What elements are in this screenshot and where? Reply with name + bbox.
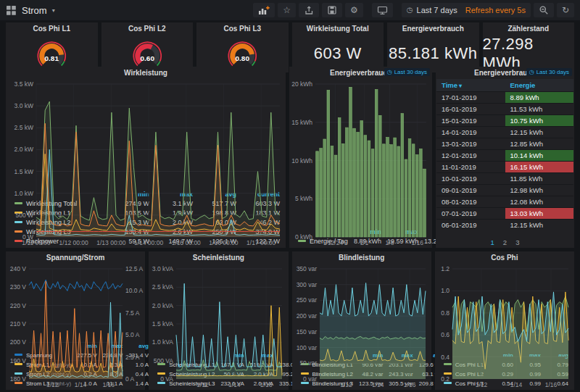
table-cell-energie: 12.15 kWh	[505, 127, 574, 138]
svg-text:1/13 00:00: 1/13 00:00	[96, 239, 125, 246]
table-row: 14-01-201912.15 kWh	[436, 127, 573, 138]
settings-button[interactable]: ⚙	[345, 3, 363, 17]
pagination-page-2[interactable]: 2	[503, 238, 507, 246]
svg-text:0 W: 0 W	[22, 233, 33, 241]
svg-text:220 V: 220 V	[10, 302, 27, 309]
panel-title[interactable]: Spannung/Strom	[46, 254, 105, 262]
panel-title[interactable]: Cos Phi	[491, 254, 518, 262]
svg-text:0.60: 0.60	[140, 54, 154, 62]
svg-text:50 var: 50 var	[299, 359, 317, 367]
table-row: 10-01-201911.85 kWh	[436, 173, 573, 185]
svg-text:150 var: 150 var	[296, 328, 317, 335]
table-column-energie[interactable]: Energie	[505, 79, 574, 92]
panel-cosphi: Cos Phi 1/121/141/161.21.00.80.60.40.2 m…	[435, 251, 574, 390]
dashboard-title[interactable]: Strom	[22, 5, 47, 16]
table-cell-energie: 8.89 kWh	[505, 92, 574, 104]
table-cell-date: 10-01-2019	[436, 173, 505, 185]
table-cell-energie: 11.53 kWh	[505, 104, 574, 115]
pagination-page-3[interactable]: 3	[515, 238, 519, 246]
magnifier-zoom-out-icon	[539, 5, 549, 15]
blindleistung-svg: 1/121/141/16350 var300 var250 var200 var…	[292, 264, 431, 388]
zoom-out-button[interactable]	[534, 3, 554, 17]
panel-cosphi-l1-gauge: Cos Phi L1 0.81	[6, 22, 98, 72]
svg-text:12/24: 12/24	[328, 239, 344, 246]
panel-title[interactable]: Wirkleistung Total	[307, 25, 369, 33]
pagination-page-1[interactable]: 1	[491, 238, 494, 246]
dashboard-grid-icon[interactable]	[6, 5, 17, 16]
dashboard-grid: Cos Phi L1 0.81 Cos Phi L2 0.60 Cos Phi …	[0, 20, 580, 392]
table-row: 06-01-201912.15 kWh	[436, 220, 573, 231]
svg-text:3.5 kW: 3.5 kW	[14, 80, 33, 88]
monitor-icon	[377, 5, 388, 15]
svg-text:350 var: 350 var	[296, 265, 317, 272]
svg-text:3.0 kVA: 3.0 kVA	[152, 265, 173, 272]
chevron-down-icon[interactable]: ▾	[52, 7, 55, 14]
svg-text:0 var: 0 var	[303, 375, 317, 383]
panel-title[interactable]: Energieverbrauch	[402, 25, 464, 33]
panel-title[interactable]: Cos Phi L3	[223, 25, 261, 33]
spannung-strom-chart[interactable]: 1/121/141/16240 V230 V220 V210 V200 V190…	[6, 264, 145, 341]
save-button[interactable]	[322, 3, 342, 17]
svg-text:1/14 00:00: 1/14 00:00	[134, 239, 163, 246]
bar-chart-add-icon	[258, 5, 270, 16]
table-pagination: 123	[436, 236, 574, 248]
panel-title[interactable]: Blindleistung	[339, 254, 384, 262]
spannung_strom-svg: 1/121/141/16240 V230 V220 V210 V200 V190…	[6, 264, 145, 388]
svg-text:15 kWh: 15 kWh	[291, 119, 312, 126]
star-button[interactable]: ☆	[278, 3, 296, 17]
panel-title[interactable]: Scheinleistung	[193, 254, 244, 262]
sort-caret-icon: ▾	[459, 83, 462, 89]
svg-text:0.80: 0.80	[236, 54, 250, 62]
time-badge-label: Last 30 days	[536, 69, 569, 75]
add-panel-button[interactable]	[253, 3, 275, 17]
svg-text:1.5 kVA: 1.5 kVA	[152, 320, 173, 328]
table-cell-energie: 16.15 kWh	[505, 162, 574, 173]
energieverbrauch-bar-chart[interactable]: 12/241/11/81/1620 kWh15 kWh10 kWh5 kWh0 …	[289, 79, 432, 228]
svg-text:230 V: 230 V	[10, 283, 27, 291]
panel-title[interactable]: Cos Phi L2	[128, 25, 166, 33]
energie-table: Time▾Energie17-01-20198.89 kWh16-01-2019…	[436, 79, 573, 231]
panel-energieverbrauch-stat: Energieverbrauch 85.181 kWh	[387, 22, 479, 72]
svg-text:500 W: 500 W	[15, 212, 33, 219]
table-row: 07-01-201913.03 kWh	[436, 208, 573, 220]
table-cell-date: 14-01-2019	[436, 127, 505, 138]
svg-text:10.0 A: 10.0 A	[125, 287, 143, 294]
scheinleistung-chart[interactable]: 1/121/141/163.0 kVA2.5 kVA2.0 kVA1.5 kVA…	[149, 264, 288, 351]
svg-text:5 kWh: 5 kWh	[295, 195, 312, 202]
svg-text:1/14: 1/14	[372, 381, 384, 388]
refresh-button[interactable]: ↻	[557, 3, 574, 17]
wirkleistung-chart[interactable]: 1/11 00:001/12 00:001/13 00:001/14 00:00…	[6, 79, 286, 190]
svg-text:1/16: 1/16	[102, 381, 115, 388]
svg-text:100 var: 100 var	[296, 344, 317, 351]
svg-text:2.0 kVA: 2.0 kVA	[152, 302, 173, 309]
svg-text:1/15 00:00: 1/15 00:00	[172, 239, 201, 246]
cosphi-chart[interactable]: 1/121/141/161.21.00.80.60.40.2	[435, 264, 574, 351]
tv-mode-button[interactable]	[372, 3, 393, 17]
svg-text:1.5 kW: 1.5 kW	[14, 168, 33, 175]
table-row: 15-01-201910.75 kWh	[436, 115, 573, 127]
panel-title[interactable]: Zählerstand	[508, 25, 549, 33]
panel-title[interactable]: Wirkleistung	[124, 69, 167, 77]
panel-time-override-badge: ◷Last 30 days	[384, 68, 430, 76]
panel-cosphi-l3-gauge: Cos Phi L3 0.80	[196, 22, 289, 72]
svg-text:200 var: 200 var	[296, 312, 317, 320]
share-icon	[304, 5, 314, 15]
table-column-time[interactable]: Time▾	[436, 79, 505, 92]
table-cell-date: 06-01-2019	[436, 220, 505, 231]
share-button[interactable]	[299, 3, 319, 17]
svg-text:5.0 A: 5.0 A	[125, 331, 140, 338]
svg-text:0.8: 0.8	[441, 309, 450, 317]
svg-text:0 VA: 0 VA	[160, 375, 173, 383]
refresh-icon: ↻	[562, 6, 569, 14]
panel-title[interactable]: Cos Phi L1	[33, 25, 70, 33]
time-range-picker[interactable]: ◷ Last 7 days Refresh every 5s	[402, 3, 531, 17]
svg-text:1.0: 1.0	[441, 287, 450, 294]
table-cell-energie: 11.85 kWh	[505, 173, 574, 185]
svg-text:0.81: 0.81	[45, 54, 59, 62]
blindleistung-chart[interactable]: 1/121/141/16350 var300 var250 var200 var…	[292, 264, 431, 351]
time-badge-label: Last 30 days	[394, 69, 427, 75]
panel-spannung-strom: Spannung/Strom 1/121/141/16240 V230 V220…	[6, 251, 145, 390]
table-cell-date: 07-01-2019	[436, 208, 505, 220]
panel-title[interactable]: Energieverbrauch	[330, 69, 392, 77]
svg-text:12.5 A: 12.5 A	[125, 265, 143, 272]
